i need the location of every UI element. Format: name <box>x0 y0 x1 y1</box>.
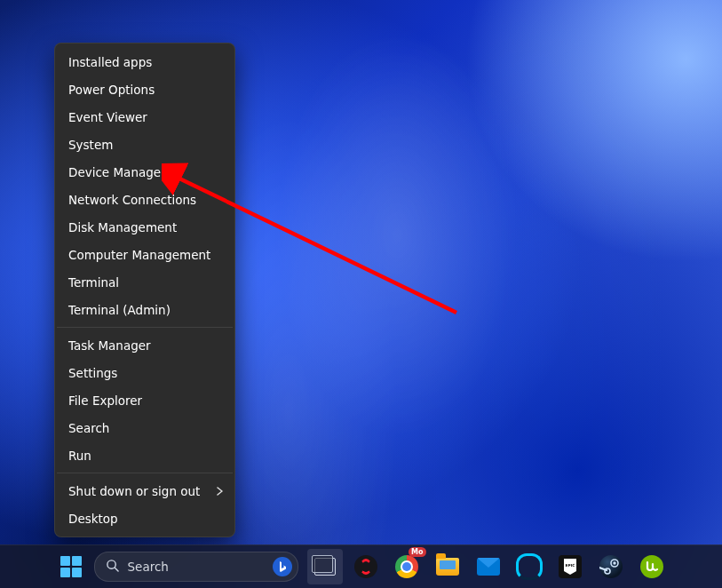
alexa-icon <box>516 553 543 580</box>
menu-separator <box>57 327 233 328</box>
chevron-right-icon <box>217 484 224 498</box>
folder-icon <box>436 558 459 576</box>
svg-text:EPIC: EPIC <box>565 563 575 568</box>
menu-item-event-viewer[interactable]: Event Viewer <box>55 103 234 131</box>
menu-item-network-connections[interactable]: Network Connections <box>55 186 234 213</box>
menu-separator <box>57 473 233 473</box>
taskbar-search[interactable]: Search <box>94 552 298 582</box>
taskbar-app-utorrent[interactable] <box>634 549 670 584</box>
taskbar-app-file-explorer[interactable] <box>430 549 465 584</box>
menu-item-system[interactable]: System <box>55 131 234 158</box>
menu-item-settings[interactable]: Settings <box>55 359 234 386</box>
steam-icon <box>599 555 623 578</box>
chrome-icon <box>395 555 418 578</box>
svg-line-2 <box>115 568 118 571</box>
menu-item-shut-down[interactable]: Shut down or sign out <box>55 477 234 505</box>
task-view-button[interactable] <box>307 549 343 584</box>
menu-item-device-manager[interactable]: Device Manager <box>55 158 234 186</box>
taskbar: Search Mo EPIC <box>0 544 722 588</box>
menu-item-terminal[interactable]: Terminal <box>55 268 234 296</box>
menu-item-power-options[interactable]: Power Options <box>55 75 234 103</box>
menu-item-installed-apps[interactable]: Installed apps <box>55 48 234 75</box>
taskbar-app-opera[interactable] <box>348 549 384 584</box>
menu-item-computer-management[interactable]: Computer Management <box>55 241 234 268</box>
winx-context-menu: Installed apps Power Options Event Viewe… <box>54 43 235 537</box>
menu-item-label: Shut down or sign out <box>68 484 200 498</box>
bing-icon <box>273 557 292 576</box>
utorrent-icon <box>640 555 663 578</box>
menu-item-file-explorer[interactable]: File Explorer <box>55 386 234 414</box>
epic-games-icon: EPIC <box>559 555 582 578</box>
task-view-icon <box>314 558 336 576</box>
menu-item-search[interactable]: Search <box>55 414 234 441</box>
windows-logo-icon <box>60 556 82 577</box>
menu-item-desktop[interactable]: Desktop <box>55 505 234 532</box>
menu-item-disk-management[interactable]: Disk Management <box>55 213 234 241</box>
opera-icon <box>354 555 377 578</box>
search-placeholder-text: Search <box>128 560 169 574</box>
start-button[interactable] <box>53 549 89 584</box>
menu-item-run[interactable]: Run <box>55 441 234 469</box>
mail-icon <box>477 558 500 576</box>
taskbar-app-mail[interactable] <box>471 549 506 584</box>
taskbar-app-alexa[interactable] <box>512 549 547 584</box>
taskbar-app-chrome[interactable]: Mo <box>389 549 424 584</box>
menu-item-terminal-admin[interactable]: Terminal (Admin) <box>55 296 234 323</box>
menu-item-task-manager[interactable]: Task Manager <box>55 331 234 359</box>
taskbar-app-steam[interactable] <box>593 549 629 584</box>
search-icon <box>106 559 119 575</box>
chrome-badge: Mo <box>409 547 425 557</box>
svg-point-5 <box>613 561 615 564</box>
taskbar-app-epic-games[interactable]: EPIC <box>552 549 588 584</box>
